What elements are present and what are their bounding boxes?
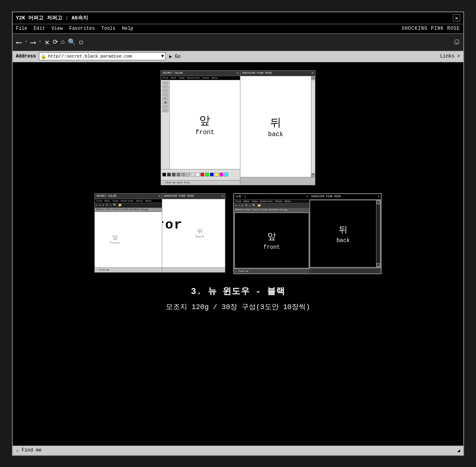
- normal-body-right: 뒤 back ▲ ▼: [309, 200, 381, 268]
- address-dropdown[interactable]: ▼: [161, 54, 164, 59]
- normal-toolbar-left: ⟵ ⟶ ✕ ⟳ ⌂ 🔍 📁: [234, 204, 309, 208]
- mock-title-bar-right: SHOCKING PINK ROSE ✕: [240, 71, 315, 76]
- normal-front-korean: 앞: [267, 231, 276, 242]
- error-footer-right: [162, 267, 225, 272]
- address-input-wrap: 🔒 ▼: [39, 52, 166, 60]
- links-button[interactable]: Links >: [440, 54, 460, 59]
- mock-close-right[interactable]: ✕: [312, 71, 313, 75]
- close-button[interactable]: ✕: [453, 14, 460, 21]
- normal-scrollbar: ▲ ▼: [376, 200, 380, 267]
- mock-footer-left: ☆ Find me back File: [161, 180, 240, 185]
- back-text-top: 뒤 back: [268, 115, 283, 138]
- mock-body-right: 뒤 back ▲ ▼: [240, 76, 315, 177]
- error-front-english: front: [109, 241, 120, 245]
- normal-group: 뉴윈 :) ✕ File Edit View Favorites Tools H…: [233, 193, 382, 274]
- mock-title-text-left: SECRET COLOR: [163, 71, 182, 75]
- error-left-mock: SECRET COLOR ✕ File Edit View Favorites …: [94, 193, 162, 273]
- error-body-left: 앞 front: [95, 212, 162, 267]
- caption-area: 3. 뉴 윈도우 - 블랙 모조지 120g / 30장 구성(3도안 10장씩…: [166, 285, 310, 311]
- back-button[interactable]: ⟵: [17, 37, 21, 47]
- error-right-mock: SHOCKING PINK ROSE ✕ 뒤 back Error: [162, 193, 225, 273]
- status-bar: ☆ Find me ◢: [13, 446, 463, 455]
- address-input[interactable]: [48, 54, 159, 59]
- address-bar: Address 🔒 ▼ ▶ Go Links >: [13, 51, 463, 62]
- normal-address-left: Address http://secret.black.paradise.com…: [234, 208, 309, 212]
- error-title-left: SECRET COLOR ✕: [95, 194, 162, 199]
- go-button[interactable]: ▶ Go: [169, 54, 180, 60]
- top-left-mock: SECRET COLOR ✕ File Edit View Favorites …: [161, 70, 240, 185]
- error-address-left: Address http://secret.black.paradise.com…: [95, 208, 162, 212]
- normal-body-left: 앞 front: [234, 212, 309, 269]
- mock-body-left: ⬚ ✂ ✏ ⌛ S ⬟ ♡ ⊕ 앞 front: [161, 80, 240, 169]
- error-front-korean: 앞: [109, 234, 120, 241]
- normal-back-korean: 뒤: [339, 224, 347, 236]
- error-text: Error: [162, 217, 183, 233]
- menu-favorites[interactable]: Favorites: [69, 26, 95, 31]
- menu-file[interactable]: File: [16, 26, 27, 31]
- mock-bottom-bar-right: [240, 177, 315, 185]
- status-icon: ☆: [16, 447, 19, 454]
- normal-back-english: back: [336, 237, 350, 244]
- normal-front-english: front: [263, 244, 280, 250]
- normal-footer-left: ☆ Find me: [234, 269, 309, 273]
- status-text: Find me: [21, 448, 41, 453]
- dot-2: •: [38, 39, 41, 45]
- normal-bottom-bar: [309, 268, 381, 273]
- forward-button[interactable]: ⟶: [31, 37, 35, 47]
- error-back-english: back: [196, 235, 204, 239]
- mock-toolbox: ⬚ ✂ ✏ ⌛ S ⬟ ♡ ⊕: [161, 80, 170, 169]
- top-row: SECRET COLOR ✕ File Edit View Favorites …: [161, 70, 315, 185]
- mock-scrollbar-right: ▲ ▼: [311, 76, 315, 177]
- window-title: Y2K 어퍼고 저퍼고 : A6속지: [16, 14, 88, 21]
- front-text: 앞 front: [195, 113, 214, 136]
- mock-canvas-right: 뒤 back: [240, 76, 311, 177]
- menu-tools[interactable]: Tools: [101, 26, 115, 31]
- main-content: SECRET COLOR ✕ File Edit View Favorites …: [13, 62, 463, 446]
- mock-palette: [161, 169, 240, 180]
- menu-view[interactable]: View: [52, 26, 63, 31]
- top-right-mock: SHOCKING PINK ROSE ✕ 뒤 back ▲ ▼: [240, 70, 315, 185]
- stop-button[interactable]: ✕: [45, 37, 50, 47]
- normal-title-left: 뉴윈 :) ✕: [234, 194, 309, 200]
- resize-handle[interactable]: ◢: [457, 448, 460, 454]
- back-korean-top: 뒤: [270, 115, 281, 130]
- smiley-icon: ☺: [454, 37, 459, 47]
- folder-button[interactable]: ◻: [79, 38, 83, 46]
- error-toolbar-left: ⟵ ⟶ ✕ ⟳ ⌂ 🔍 📁: [95, 203, 162, 208]
- mock-menu-left: File Edit View Favorites Tools Help: [161, 76, 240, 80]
- mock-canvas-left: 앞 front: [170, 80, 240, 169]
- mock-title-text-right: SHOCKING PINK ROSE: [242, 71, 272, 75]
- mock-title-bar-left: SECRET COLOR ✕: [161, 71, 240, 76]
- normal-left-mock: 뉴윈 :) ✕ File Edit View Favorites Tools H…: [234, 194, 309, 273]
- error-title-right: SHOCKING PINK ROSE ✕: [162, 194, 225, 199]
- bottom-row: SECRET COLOR ✕ File Edit View Favorites …: [94, 193, 382, 274]
- error-menu-left: File Edit View Favorites Tools Help: [95, 199, 162, 203]
- toolbar-buttons: ⟵ • ⟶ • ✕ ⟳ ⌂ 🔍 ◻: [17, 37, 83, 47]
- error-footer-left: ☆ Find me: [95, 267, 162, 272]
- browser-window: Y2K 어퍼고 저퍼고 : A6속지 ✕ File Edit View Favo…: [12, 12, 464, 456]
- menu-right-text: SHOCKING PINK ROSE: [401, 26, 460, 31]
- front-english: front: [195, 129, 214, 136]
- mock-close-left[interactable]: ✕: [237, 71, 238, 75]
- menu-edit[interactable]: Edit: [34, 26, 45, 31]
- normal-title-right: SHOCKING PINK ROSE ✕: [309, 194, 381, 200]
- menu-help[interactable]: Help: [122, 26, 133, 31]
- menu-bar: File Edit View Favorites Tools Help SHOC…: [13, 24, 463, 34]
- normal-menu-left: File Edit View Favorites Tools Help: [234, 200, 309, 204]
- refresh-button[interactable]: ⟳: [53, 38, 58, 46]
- dot-1: •: [25, 39, 27, 45]
- caption-description: 모조지 120g / 30장 구성(3도안 10장씩): [166, 302, 310, 311]
- error-back-korean: 뒤: [196, 228, 204, 235]
- title-bar: Y2K 어퍼고 저퍼고 : A6속지 ✕: [13, 12, 463, 24]
- error-body-right: 뒤 back: [162, 199, 225, 267]
- menu-items: File Edit View Favorites Tools Help: [16, 26, 133, 31]
- home-button[interactable]: ⌂: [61, 38, 65, 46]
- normal-right-mock: SHOCKING PINK ROSE ✕ 뒤 back ▲ ▼: [309, 194, 381, 273]
- search-button[interactable]: 🔍: [68, 38, 76, 46]
- front-korean: 앞: [199, 113, 210, 128]
- lock-icon: 🔒: [41, 54, 46, 59]
- caption-title: 3. 뉴 윈도우 - 블랙: [191, 285, 285, 297]
- error-group: SECRET COLOR ✕ File Edit View Favorites …: [94, 193, 225, 273]
- toolbar: ⟵ • ⟶ • ✕ ⟳ ⌂ 🔍 ◻ ☺: [13, 34, 463, 51]
- back-english-top: back: [268, 131, 283, 138]
